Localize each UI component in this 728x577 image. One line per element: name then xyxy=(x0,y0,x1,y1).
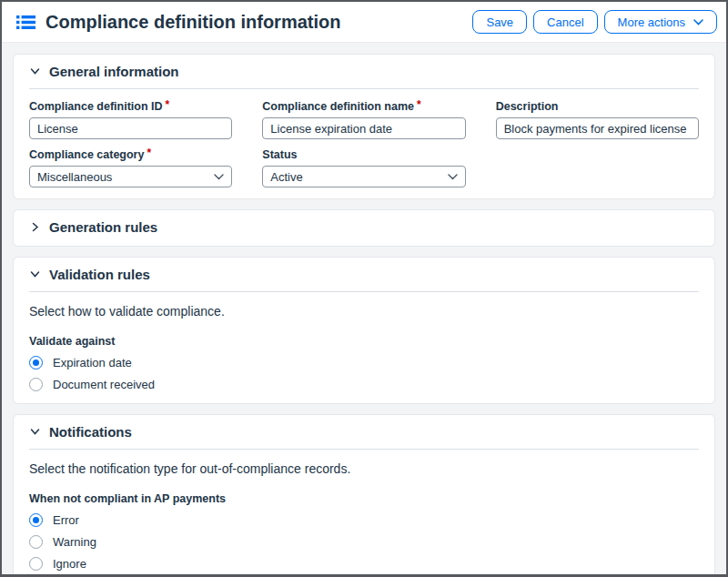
compliance-category-select[interactable]: Miscellaneous xyxy=(29,166,232,187)
description-input[interactable] xyxy=(496,117,699,139)
section-title: Generation rules xyxy=(49,219,157,235)
compliance-definition-name-label: Compliance definition name xyxy=(262,100,414,114)
section-general-information: General information Compliance definitio… xyxy=(13,54,715,199)
radio-button[interactable] xyxy=(29,378,43,391)
section-title: General information xyxy=(49,64,179,79)
status-select[interactable]: Active xyxy=(262,166,465,187)
required-indicator: * xyxy=(147,147,151,158)
validate-against-label: Validate against xyxy=(29,335,699,349)
ap-payments-group-label: When not compliant in AP payments xyxy=(29,492,699,506)
required-indicator: * xyxy=(166,99,170,110)
radio-label: Warning xyxy=(53,535,96,549)
field-compliance-category: Compliance category * Miscellaneous xyxy=(29,148,232,187)
compliance-category-label: Compliance category xyxy=(29,148,144,162)
chevron-down-icon xyxy=(214,174,224,180)
general-information-form: Compliance definition ID * Compliance de… xyxy=(29,100,699,187)
status-label: Status xyxy=(262,148,297,162)
chevron-down-icon xyxy=(448,174,458,180)
radio-option-expiration-date[interactable]: Expiration date xyxy=(29,355,699,370)
app-window: Compliance definition information Save C… xyxy=(0,0,728,577)
compliance-definition-id-input[interactable] xyxy=(29,117,232,139)
radio-option-document-received[interactable]: Document received xyxy=(29,377,699,392)
required-indicator: * xyxy=(417,99,421,110)
compliance-definition-id-label: Compliance definition ID xyxy=(29,100,163,114)
section-notifications: Notifications Select the notification ty… xyxy=(13,414,715,577)
more-actions-label: More actions xyxy=(618,15,685,29)
field-status: Status Active xyxy=(262,148,465,187)
compliance-definition-name-input[interactable] xyxy=(262,117,465,139)
chevron-down-icon xyxy=(29,426,41,438)
header-actions: Save Cancel More actions xyxy=(472,10,717,34)
radio-button[interactable] xyxy=(29,535,43,549)
chevron-down-icon xyxy=(693,19,703,25)
radio-label: Ignore xyxy=(53,557,86,571)
description-label: Description xyxy=(496,100,559,114)
radio-label: Document received xyxy=(53,378,155,391)
validation-description: Select how to validate compliance. xyxy=(29,304,699,319)
radio-label: Expiration date xyxy=(53,356,132,369)
chevron-down-icon xyxy=(29,66,41,77)
radio-option-ignore[interactable]: Ignore xyxy=(29,556,699,572)
radio-button[interactable] xyxy=(29,356,43,369)
empty-grid-cell xyxy=(496,148,699,187)
page-title: Compliance definition information xyxy=(46,12,472,33)
radio-button[interactable] xyxy=(29,557,43,571)
more-actions-button[interactable]: More actions xyxy=(604,10,717,34)
notifications-description: Select the notification type for out-of-… xyxy=(29,461,699,476)
section-header-validation-rules[interactable]: Validation rules xyxy=(29,267,699,292)
page-content: General information Compliance definitio… xyxy=(2,43,726,577)
section-header-general-information[interactable]: General information xyxy=(29,64,699,89)
radio-button[interactable] xyxy=(29,513,43,527)
section-generation-rules: Generation rules xyxy=(13,209,715,247)
section-validation-rules: Validation rules Select how to validate … xyxy=(13,257,715,404)
radio-option-error[interactable]: Error xyxy=(29,512,699,528)
section-title: Validation rules xyxy=(49,267,150,282)
save-button[interactable]: Save xyxy=(472,10,527,34)
field-compliance-definition-id: Compliance definition ID * xyxy=(29,100,232,139)
section-header-generation-rules[interactable]: Generation rules xyxy=(29,219,699,235)
field-compliance-definition-name: Compliance definition name * xyxy=(262,100,465,139)
section-header-notifications[interactable]: Notifications xyxy=(29,424,699,450)
cancel-button[interactable]: Cancel xyxy=(533,10,597,34)
radio-option-warning[interactable]: Warning xyxy=(29,534,699,550)
field-description: Description xyxy=(496,100,699,139)
radio-label: Error xyxy=(53,513,79,527)
chevron-right-icon xyxy=(29,221,41,233)
list-icon[interactable] xyxy=(16,15,35,30)
section-title: Notifications xyxy=(49,424,132,440)
status-value: Active xyxy=(270,170,302,184)
chevron-down-icon xyxy=(29,268,41,280)
compliance-category-value: Miscellaneous xyxy=(37,170,112,184)
page-header: Compliance definition information Save C… xyxy=(2,2,726,43)
